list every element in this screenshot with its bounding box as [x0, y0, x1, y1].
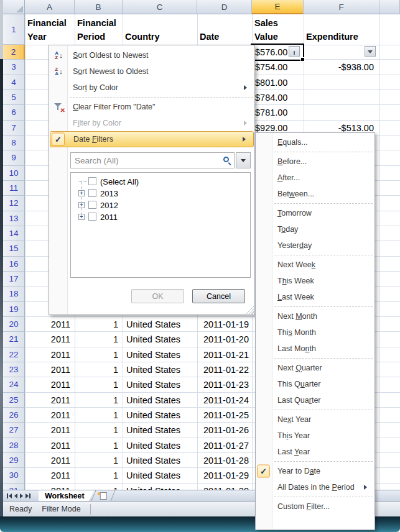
cell-d25[interactable]: 2011-01-24: [197, 393, 252, 408]
column-header-a[interactable]: A: [25, 0, 75, 14]
header-cell-a[interactable]: Financial Year: [25, 14, 75, 45]
select-all-corner[interactable]: [3, 0, 25, 14]
cell-c30[interactable]: United States: [123, 468, 197, 483]
row-header-7[interactable]: 7: [3, 121, 25, 135]
header-cell-b[interactable]: Financial Period: [75, 14, 123, 45]
tab-worksheet[interactable]: Worksheet: [39, 490, 95, 501]
row-header-29[interactable]: 29: [3, 453, 25, 468]
cell-d27[interactable]: 2011-01-26: [197, 423, 252, 438]
row-header-27[interactable]: 27: [3, 423, 25, 438]
cell-b29[interactable]: 1: [75, 453, 123, 468]
submenu-item-last-quarter[interactable]: Last Quarter: [256, 392, 374, 408]
submenu-item-this-month[interactable]: This Month: [256, 324, 374, 341]
header-cell-e[interactable]: Sales Value: [252, 14, 304, 45]
cell-b26[interactable]: 1: [75, 408, 123, 423]
cell-c23[interactable]: United States: [123, 362, 197, 377]
submenu-item-last-week[interactable]: Last Week: [256, 289, 374, 305]
menu-item-clear-filter[interactable]: ✕Clear Filter From "Date": [49, 99, 254, 115]
tree-item-checkbox[interactable]: [88, 213, 96, 221]
column-header-c[interactable]: C: [123, 0, 197, 14]
cell-c28[interactable]: United States: [123, 438, 197, 453]
row-header-10[interactable]: 10: [3, 166, 25, 181]
submenu-item-before[interactable]: Before...: [256, 154, 374, 170]
tree-item-checkbox[interactable]: [88, 201, 96, 209]
cell-c27[interactable]: United States: [123, 423, 197, 438]
submenu-item-next-quarter[interactable]: Next Quarter: [256, 360, 374, 376]
cell-a27[interactable]: 2011: [25, 423, 75, 438]
cell-a30[interactable]: 2011: [25, 468, 75, 483]
cell-d30[interactable]: 2011-01-29: [197, 468, 252, 483]
row-header-13[interactable]: 13: [3, 211, 25, 226]
cell-c20[interactable]: United States: [123, 317, 197, 332]
cell-d23[interactable]: 2011-01-22: [197, 362, 252, 377]
search-input[interactable]: [70, 152, 235, 168]
tree-item--select-all-[interactable]: (Select All): [71, 176, 250, 188]
row-header-23[interactable]: 23: [3, 362, 25, 377]
cell-a26[interactable]: 2011: [25, 408, 75, 423]
cell-a23[interactable]: 2011: [25, 362, 75, 377]
cell-c29[interactable]: United States: [123, 453, 197, 468]
row-header-4[interactable]: 4: [3, 75, 25, 90]
cell-a29[interactable]: 2011: [25, 453, 75, 468]
cell-d26[interactable]: 2011-01-25: [197, 408, 252, 423]
row-header-15[interactable]: 15: [3, 241, 25, 256]
menu-item-date-filters[interactable]: ✓Date Filters: [50, 131, 254, 147]
row-header-24[interactable]: 24: [3, 377, 25, 392]
expand-plus-icon[interactable]: +: [78, 190, 85, 196]
tree-item-2011[interactable]: +2011: [71, 211, 250, 223]
row-header-8[interactable]: 8: [3, 135, 25, 150]
tree-item-checkbox[interactable]: [88, 189, 96, 197]
menu-item-sort-by-color[interactable]: Sort by Color: [49, 80, 254, 96]
cell-c22[interactable]: United States: [123, 347, 197, 362]
cell-d28[interactable]: 2011-01-27: [197, 438, 252, 453]
row-header-22[interactable]: 22: [3, 347, 25, 362]
submenu-item-equals[interactable]: Equals...: [256, 134, 374, 150]
submenu-item-last-year[interactable]: Last Year: [256, 444, 374, 460]
cell-c26[interactable]: United States: [123, 408, 197, 423]
cell-b21[interactable]: 1: [75, 332, 123, 347]
submenu-item-after[interactable]: After...: [256, 170, 374, 186]
resize-grip[interactable]: [246, 306, 254, 314]
column-header-b[interactable]: B: [75, 0, 123, 14]
row-header-19[interactable]: 19: [3, 302, 25, 317]
row-header-9[interactable]: 9: [3, 150, 25, 165]
tree-item-2013[interactable]: +2013: [71, 188, 250, 200]
column-header-e[interactable]: E: [252, 0, 304, 14]
cell-c21[interactable]: United States: [123, 332, 197, 347]
row-header-5[interactable]: 5: [3, 90, 25, 105]
cell-a24[interactable]: 2011: [25, 377, 75, 392]
cell-b24[interactable]: 1: [75, 377, 123, 392]
submenu-item-between[interactable]: Between...: [256, 186, 374, 202]
ok-button[interactable]: OK: [131, 289, 184, 303]
cell-e5[interactable]: $784.00: [252, 90, 304, 105]
menu-item-sort-oldest-to-newest[interactable]: AZ↓Sort Oldest to Newest: [49, 47, 254, 63]
submenu-item-next-month[interactable]: Next Month: [256, 308, 374, 324]
cell-d24[interactable]: 2011-01-23: [197, 377, 252, 392]
search-scope-dropdown-button[interactable]: [236, 152, 251, 168]
cell-e3[interactable]: $754.00: [252, 60, 304, 75]
row-header-6[interactable]: 6: [3, 105, 25, 120]
submenu-item-next-year[interactable]: Next Year: [256, 411, 374, 428]
cell-b25[interactable]: 1: [75, 393, 123, 408]
submenu-item-year-to-date[interactable]: ✓Year to Date: [256, 463, 374, 479]
row-header-28[interactable]: 28: [3, 438, 25, 453]
submenu-item-today[interactable]: Today: [256, 221, 374, 237]
menu-item-filter-by-color[interactable]: Filter by Color: [49, 115, 254, 131]
cell-a25[interactable]: 2011: [25, 393, 75, 408]
row-header-12[interactable]: 12: [3, 196, 25, 211]
previous-sheet-button[interactable]: [14, 493, 17, 498]
submenu-item-next-week[interactable]: Next Week: [256, 257, 374, 273]
cell-c25[interactable]: United States: [123, 393, 197, 408]
column-header-d[interactable]: D: [197, 0, 252, 14]
cell-b20[interactable]: 1: [75, 317, 123, 332]
cell-d22[interactable]: 2011-01-21: [197, 347, 252, 362]
submenu-item-all-dates-in-period[interactable]: All Dates in the Period: [256, 479, 374, 495]
submenu-item-last-month[interactable]: Last Month: [256, 341, 374, 357]
cell-d21[interactable]: 2011-01-20: [197, 332, 252, 347]
cell-b27[interactable]: 1: [75, 423, 123, 438]
row-header-16[interactable]: 16: [3, 257, 25, 272]
submenu-item-this-quarter[interactable]: This Quarter: [256, 376, 374, 392]
cell-c24[interactable]: United States: [123, 377, 197, 392]
cell-d20[interactable]: 2011-01-19: [197, 317, 252, 332]
cell-a21[interactable]: 2011: [25, 332, 75, 347]
